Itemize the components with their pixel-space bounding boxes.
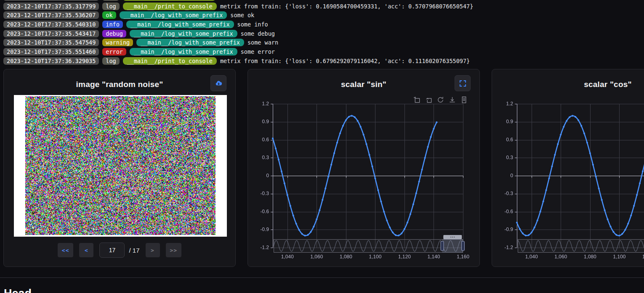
log-prefix-badge: __main__/log_with_some_prefix (130, 30, 237, 37)
image-figure (14, 95, 227, 237)
log-level-badge: log (102, 3, 119, 10)
box-zoom-icon[interactable] (413, 96, 420, 103)
log-level-badge: debug (102, 30, 126, 37)
fullscreen-icon (459, 80, 466, 87)
log-message: metrix from train: {'loss': 0.6796292079… (220, 58, 470, 64)
sin-chart-card: scalar "sin" (247, 69, 480, 267)
log-row: 2023-12-10T17:37:35.547549warning__main_… (3, 38, 644, 47)
noise-image (25, 96, 216, 235)
sin-chart-canvas[interactable] (248, 91, 480, 267)
log-row: 2023-12-10T17:37:35.317799log__main__/pr… (3, 2, 644, 11)
page-prev-button[interactable]: < (79, 243, 93, 257)
sin-card-title: scalar "sin" (341, 80, 386, 89)
log-prefix-badge: __main__/log_with_some_prefix (120, 11, 227, 19)
log-timestamp: 2023-12-10T17:37:35.551460 (3, 48, 99, 55)
log-level-badge: error (102, 48, 126, 55)
page-number-input[interactable] (99, 243, 125, 258)
log-message: some error (241, 48, 275, 55)
log-row: 2023-12-10T17:37:36.329035log__main__/pr… (3, 56, 644, 66)
log-list: 2023-12-10T17:37:35.317799log__main__/pr… (3, 0, 644, 66)
log-row: 2023-12-10T17:37:35.551460error__main__/… (3, 47, 644, 56)
cards-row: image "random noise" << < / 17 > >> scal… (3, 69, 644, 267)
log-prefix-badge: __main__/log_with_some_prefix (130, 48, 237, 55)
zoom-back-icon[interactable] (425, 96, 432, 103)
cos-chart-card: scalar "cos" (492, 69, 644, 267)
image-pagination: << < / 17 > >> (4, 243, 235, 258)
log-level-badge: ok (102, 11, 116, 19)
log-message: metrix from train: {'loss': 0.1690584700… (220, 3, 473, 10)
log-timestamp: 2023-12-10T17:37:35.540310 (3, 21, 99, 28)
log-prefix-badge: __main__/print_to_console (123, 57, 217, 65)
log-prefix-badge: __main__/log_with_some_prefix (136, 39, 244, 46)
log-level-badge: warning (102, 39, 133, 46)
bottom-heading: Head (4, 287, 32, 293)
page-next-button[interactable]: > (146, 243, 160, 257)
log-timestamp: 2023-12-10T17:37:35.317799 (3, 3, 99, 10)
log-row: 2023-12-10T17:37:35.543417debug__main__/… (3, 29, 644, 38)
cos-card-title: scalar "cos" (584, 80, 631, 89)
log-timestamp: 2023-12-10T17:37:35.543417 (3, 30, 99, 37)
log-message: some debug (241, 30, 275, 37)
image-card-title: image "random noise" (76, 80, 163, 89)
log-prefix-badge: __main__/print_to_console (123, 3, 217, 10)
log-row: 2023-12-10T17:37:35.540310info__main__/l… (3, 20, 644, 29)
restore-icon[interactable] (437, 96, 444, 103)
log-timestamp: 2023-12-10T17:37:36.329035 (3, 57, 99, 65)
log-timestamp: 2023-12-10T17:37:35.536207 (3, 11, 99, 19)
log-timestamp (3, 0, 99, 1)
log-message: some ok (230, 12, 254, 18)
sin-chart-toolbox (413, 96, 468, 103)
cloud-download-button[interactable] (210, 75, 226, 91)
data-view-icon[interactable] (460, 96, 468, 103)
page-total-label: / 17 (129, 247, 139, 254)
log-level-badge: info (102, 21, 123, 28)
log-level-badge: log (102, 57, 119, 65)
log-message: some warn (247, 39, 278, 46)
log-message: some info (237, 21, 268, 28)
image-card: image "random noise" << < / 17 > >> (3, 69, 236, 267)
section-divider (0, 277, 644, 278)
page-first-button[interactable]: << (58, 243, 74, 257)
page-last-button[interactable]: >> (166, 243, 182, 257)
log-row: 2023-12-10T17:37:35.536207ok__main__/log… (3, 11, 644, 20)
log-prefix-badge (122, 0, 216, 1)
sin-fullscreen-button[interactable] (455, 75, 471, 91)
save-image-icon[interactable] (449, 96, 456, 103)
log-timestamp: 2023-12-10T17:37:35.547549 (3, 39, 99, 46)
log-prefix-badge: __main__/log_with_some_prefix (126, 21, 234, 28)
cloud-download-icon (215, 80, 222, 87)
cos-chart-canvas[interactable] (492, 91, 644, 267)
log-level-badge (102, 0, 119, 1)
